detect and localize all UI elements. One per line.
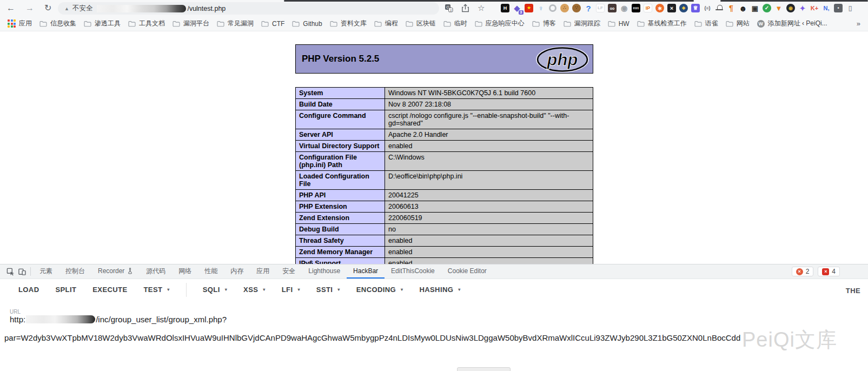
reload-button[interactable]: ↻ — [44, 4, 51, 12]
devtools-tab-源代码[interactable]: 源代码 — [140, 264, 172, 279]
bookmark-folder[interactable]: 基线检查工作 — [637, 19, 687, 28]
devtools-tab-recorder[interactable]: Recorder — [91, 264, 140, 279]
hackbar-url-field[interactable]: http: /inc/group_user_list/group_xml.php… — [10, 315, 227, 324]
device-toolbar-icon[interactable] — [16, 264, 28, 279]
bookmark-label: 渗透工具 — [95, 19, 121, 28]
metamask-fox-icon[interactable]: ▼ — [774, 4, 783, 12]
apps-shortcut[interactable]: 应用 — [8, 19, 32, 28]
devtools-tab-网络[interactable]: 网络 — [172, 264, 198, 279]
ip-lookup-icon[interactable]: IP — [644, 4, 652, 12]
inspect-element-icon[interactable] — [4, 264, 16, 279]
bookmark-folder[interactable]: 语雀 — [694, 19, 718, 28]
hackbar-menu-ssti[interactable]: SSTI▾ — [316, 286, 340, 294]
hackbar-url-label: URL — [10, 309, 21, 315]
paw-icon[interactable]: ∗ — [655, 4, 664, 12]
cookie-icon[interactable]: ∴ — [560, 4, 569, 12]
cookie-bitten-icon[interactable]: ∵ — [572, 4, 581, 12]
gold-badge-icon[interactable]: ◉ — [786, 4, 795, 12]
location-pin-icon[interactable]: ♀ — [536, 4, 545, 12]
hackbar-menu-encoding[interactable]: ENCODING▾ — [356, 286, 403, 294]
gray-ring-icon[interactable] — [548, 4, 557, 12]
bookmark-folder[interactable]: 漏洞平台 — [173, 19, 209, 28]
purple-rabbit-icon[interactable]: ✦ — [798, 4, 807, 12]
green-check-icon[interactable]: ✓ — [763, 4, 771, 12]
purple-crown-icon[interactable]: ♕ — [691, 4, 700, 12]
bookmark-add-new-site[interactable]: W添加新网址 ‹ PeiQi... — [757, 19, 827, 28]
bookmark-label: 常见漏洞 — [228, 19, 254, 28]
hackbar-menu: LOADSPLITEXECUTETEST▾SQLI▾XSS▾LFI▾SSTI▾E… — [0, 279, 868, 300]
binary-icon[interactable]: 0101 — [632, 4, 640, 12]
hackbar-menu-split[interactable]: SPLIT — [55, 286, 76, 294]
devtools-tab-lighthouse[interactable]: Lighthouse — [302, 264, 347, 279]
devtools-tab-hackbar[interactable]: HackBar — [347, 264, 385, 279]
devtools-tab-内存[interactable]: 内存 — [224, 264, 250, 279]
k-plus-icon[interactable]: K+ — [810, 4, 819, 12]
bookmark-folder[interactable]: 网站 — [726, 19, 750, 28]
url-scheme: http: — [10, 315, 25, 324]
pilcrow-arrow-icon[interactable]: ¶ — [727, 4, 736, 12]
devtools-tab-editthiscookie[interactable]: EditThisCookie — [385, 264, 441, 279]
bookmark-folder[interactable]: 渗透工具 — [84, 19, 121, 28]
bookmark-folder[interactable]: 应急响应中心 — [475, 19, 525, 28]
bookmark-folder[interactable]: HW — [608, 20, 630, 28]
translate-icon[interactable]: G文 — [445, 4, 453, 12]
hackbar-menu-load[interactable]: LOAD — [18, 286, 39, 294]
question-mark-icon[interactable]: ? — [584, 4, 593, 12]
hackbar-menu-hashing[interactable]: HASHING▾ — [419, 286, 460, 294]
bookmark-folder[interactable]: 资料文库 — [330, 19, 367, 28]
bookmark-folder[interactable]: 区块链 — [406, 19, 436, 28]
console-errors-badge[interactable]: ×2 — [792, 267, 814, 276]
bookmark-folder[interactable]: 常见漏洞 — [217, 19, 254, 28]
bookmark-folder[interactable]: 信息收集 — [39, 19, 76, 28]
puzzle-icon[interactable]: • — [834, 4, 843, 12]
issues-badge[interactable]: ×4 — [818, 267, 840, 276]
browser-window: ← → ↻ ▲ 不安全 /vulntest.php G文 ☆ H◆3★♀∴∵?L… — [0, 0, 868, 371]
n-letter-icon[interactable]: N, — [822, 4, 831, 12]
bookmarks-bar: 应用信息收集渗透工具工具文档漏洞平台常见漏洞CTFGithub资料文库编程区块链… — [0, 16, 868, 31]
bookmark-folder[interactable]: 编程 — [374, 19, 398, 28]
gray-medal-icon[interactable]: ◉ — [620, 4, 628, 12]
hackbar-menu-test[interactable]: TEST▾ — [143, 286, 169, 294]
devtools-tab-控制台[interactable]: 控制台 — [59, 264, 91, 279]
hoodie-hacker-icon[interactable]: ☻ — [739, 4, 747, 12]
white-hat-icon[interactable] — [715, 4, 724, 12]
car-icon[interactable]: oo — [608, 4, 617, 12]
hackbar-menu-lfi[interactable]: LFI▾ — [282, 286, 300, 294]
hackbar-payload-field[interactable]: par=W2dyb3VwXTpbMV18W2dyb3VwaWRdOlsxIHVu… — [4, 333, 740, 342]
bookmarks-overflow-chevron[interactable]: » — [857, 19, 860, 28]
folder-icon — [84, 21, 91, 27]
address-bar[interactable]: ▲ 不安全 /vulntest.php — [58, 2, 439, 15]
devtools-tab-应用[interactable]: 应用 — [250, 264, 276, 279]
hackbar-menu-execute[interactable]: EXECUTE — [92, 286, 127, 294]
hackbar-theme-label[interactable]: THE — [846, 287, 860, 295]
badge-count: 4 — [832, 268, 836, 275]
share-icon[interactable] — [461, 4, 469, 12]
navy-gold-shield-icon[interactable]: ◆ — [679, 4, 688, 12]
devtools-tab-cookie-editor[interactable]: Cookie Editor — [441, 264, 493, 279]
phpinfo-key: Configuration File (php.ini) Path — [296, 152, 385, 171]
wappalyzer-icon[interactable]: ◆3 — [513, 4, 521, 12]
back-button[interactable]: ← — [6, 4, 15, 12]
bookmark-folder[interactable]: 工具文档 — [128, 19, 165, 28]
bookmark-folder[interactable]: Github — [292, 20, 322, 28]
bookmark-folder[interactable]: 临时 — [443, 19, 467, 28]
bookmark-star-icon[interactable]: ☆ — [478, 3, 485, 13]
bookmark-folder[interactable]: 漏洞跟踪 — [564, 19, 600, 28]
lf-label-icon[interactable]: LF — [596, 4, 605, 12]
parentheses-icon[interactable]: (≡) — [703, 4, 712, 12]
side-panel-icon[interactable]: ▯ — [846, 4, 854, 12]
x-tool-icon[interactable]: × — [667, 4, 676, 12]
folder-icon — [608, 21, 615, 27]
hackbar-menu-sqli[interactable]: SQLI▾ — [203, 286, 227, 294]
devtools-tab-元素[interactable]: 元素 — [33, 264, 59, 279]
hackbar-menu-xss[interactable]: XSS▾ — [243, 286, 266, 294]
phpinfo-value: Windows NT WIN-5BKGC0K7Q5J 6.1 build 760… — [385, 88, 593, 99]
robot-scan-icon[interactable]: ▣ — [751, 4, 759, 12]
china-flag-icon[interactable]: ★ — [525, 4, 533, 12]
devtools-tab-安全[interactable]: 安全 — [276, 264, 302, 279]
bookmark-folder[interactable]: 博客 — [532, 19, 556, 28]
bookmark-folder[interactable]: CTF — [261, 20, 284, 28]
h-extension-icon[interactable]: H — [501, 4, 509, 12]
devtools-tab-性能[interactable]: 性能 — [198, 264, 224, 279]
forward-button[interactable]: → — [25, 4, 34, 12]
